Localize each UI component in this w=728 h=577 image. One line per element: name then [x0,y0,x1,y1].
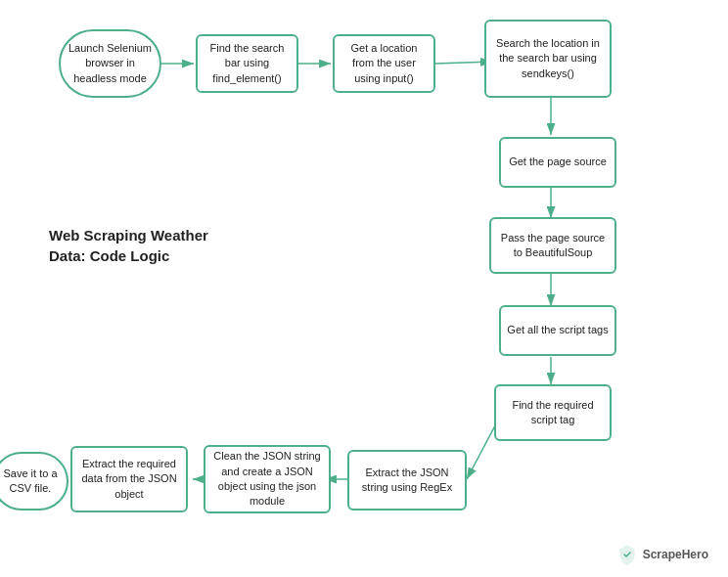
diagram-container: Web Scraping Weather Data: Code Logic [0,0,728,577]
scrapehero-logo-icon [616,544,638,565]
node-extract-data: Extract the required data from the JSON … [70,446,188,512]
node-get-location: Get a location from the user using input… [333,34,435,93]
node-search-location: Search the location in the search bar us… [484,20,612,98]
logo: ScrapeHero [616,544,708,565]
diagram-title: Web Scraping Weather Data: Code Logic [49,225,245,266]
node-get-page-source: Get the page source [499,137,616,188]
node-find-script-tag: Find the required script tag [494,384,612,441]
node-extract-json-string: Extract the JSON string using RegEx [347,450,467,510]
node-clean-json: Clean the JSON string and create a JSON … [204,445,331,513]
node-launch-selenium: Launch Selenium browser in headless mode [59,29,161,98]
node-find-search-bar: Find the search bar using find_element() [196,34,298,93]
node-beautifulsoup: Pass the page source to BeautifulSoup [489,217,616,274]
node-save-csv: Save it to a CSV file. [0,452,68,510]
logo-text: ScrapeHero [643,548,708,561]
node-get-script-tags: Get all the script tags [499,305,616,356]
